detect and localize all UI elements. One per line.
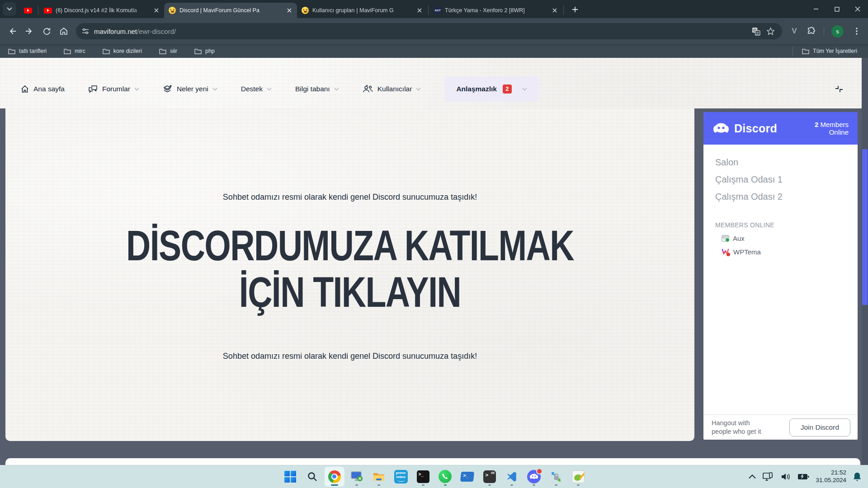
taskbar-remote-desktop-button[interactable]: [347, 467, 367, 487]
tray-clock[interactable]: 21:52 31.05.2024: [816, 469, 846, 483]
running-indicator: [331, 484, 338, 486]
reload-button[interactable]: [38, 23, 55, 40]
tab-close-icon[interactable]: [285, 6, 293, 14]
cast-device-icon[interactable]: [762, 472, 774, 482]
extensions-button[interactable]: [804, 23, 819, 39]
bookmark-folder-php[interactable]: php: [193, 46, 217, 56]
maviforum-emoji-icon: [169, 7, 176, 14]
tab-close-icon[interactable]: [415, 6, 424, 14]
bookmark-folder-tatli-tarifleri[interactable]: tatlı tarifleri: [6, 46, 48, 56]
tab-discordjs-video[interactable]: (6) Discord.js v14 #2 İlk Komutla: [39, 3, 164, 18]
address-bar[interactable]: maviforum.net/ewr-discord/ G文: [76, 23, 782, 39]
taskbar-discord-button[interactable]: [524, 467, 544, 487]
taskbar-vscode-button[interactable]: [502, 467, 522, 487]
running-indicator: [577, 484, 580, 486]
tray-chevron-up-icon[interactable]: [749, 474, 756, 479]
nav-label: Forumlar: [102, 85, 130, 93]
taskbar-powershell-button[interactable]: >_: [458, 467, 477, 487]
join-discord-button[interactable]: Join Discord: [789, 418, 850, 436]
translate-button[interactable]: G文: [749, 24, 763, 38]
nav-item-forumlar[interactable]: Forumlar: [88, 84, 139, 94]
bookmark-folder-kore-dizileri[interactable]: kore dizileri: [101, 46, 144, 56]
nav-item-neler-yeni[interactable]: Neler yeni: [163, 84, 217, 94]
taskbar-whatsapp-button[interactable]: [435, 467, 455, 487]
url-text[interactable]: maviforum.net/ewr-discord/: [94, 28, 749, 35]
browser-tab-bar: (6) Discord.js v14 #2 İlk Komutla Discor…: [0, 0, 868, 18]
footer-line-1: Hangout with: [712, 419, 750, 427]
vscode-icon: [506, 471, 518, 483]
volume-icon[interactable]: [780, 472, 791, 481]
home-button[interactable]: [55, 23, 72, 40]
desktop-screen: (6) Discord.js v14 #2 İlk Komutla Discor…: [0, 0, 868, 488]
nav-label: Neler yeni: [177, 85, 208, 93]
page-scrollbar[interactable]: [862, 58, 868, 465]
bookmark-folder-mirc[interactable]: mirc: [62, 46, 87, 56]
file-explorer-icon: [373, 472, 385, 482]
battery-charging-icon[interactable]: [797, 473, 809, 480]
nav-label: Destek: [241, 85, 263, 93]
nav-item-kullanicilar[interactable]: Kullanıcılar: [363, 84, 421, 94]
nav-label: Ana sayfa: [33, 85, 65, 93]
menu-button[interactable]: [849, 23, 864, 39]
extensions-area: V s: [788, 23, 864, 39]
tab-close-icon[interactable]: [551, 6, 559, 14]
join-discord-heading[interactable]: DİSCORDUMUZA KATILMAK İÇİN TIKLAYIN: [5, 222, 694, 315]
channel-item[interactable]: Çalışma Odası 2: [715, 191, 858, 202]
search-button[interactable]: [302, 467, 322, 487]
svg-text:文: 文: [756, 31, 760, 35]
tab-search-button[interactable]: [3, 2, 16, 16]
taskbar-notepadpp-button[interactable]: [568, 467, 588, 487]
tab-kullanici-gruplari[interactable]: Kullanıcı grupları | MaviForum G: [297, 3, 427, 18]
bookmark-folder-siir[interactable]: siir: [157, 46, 179, 56]
vue-devtools-extension-icon[interactable]: V: [788, 27, 801, 36]
folder-icon: [802, 48, 809, 54]
taskbar-prime-video-button[interactable]: prime video: [391, 467, 411, 487]
nav-item-destek[interactable]: Destek: [241, 85, 272, 93]
running-indicator: [444, 484, 447, 486]
bookmark-label: mirc: [75, 48, 85, 54]
nav-item-ana-sayfa[interactable]: Ana sayfa: [20, 84, 65, 94]
taskbar-chrome-button[interactable]: [325, 467, 344, 487]
forward-icon: [25, 27, 34, 36]
forums-icon: [88, 84, 98, 94]
site-settings-icon[interactable]: [81, 27, 90, 35]
maximize-button[interactable]: [826, 0, 847, 18]
tab-title: Kullanıcı grupları | MaviForum G: [312, 7, 412, 14]
folder-icon: [64, 48, 71, 54]
tab-turkce-yama[interactable]: XGT Türkçe Yama - Xenforo 2 [8WR]: [429, 3, 562, 18]
channel-item[interactable]: Çalışma Odası 1: [715, 174, 858, 185]
member-name: Aux: [733, 235, 745, 242]
pinned-tab-youtube[interactable]: [19, 3, 37, 18]
nav-item-bilgi-tabani[interactable]: Bilgi tabanı: [295, 85, 339, 93]
folder-icon: [194, 48, 202, 54]
bookmark-star-button[interactable]: [763, 24, 778, 38]
taskbar-terminal-button[interactable]: >: [480, 467, 500, 487]
close-window-button[interactable]: [847, 0, 868, 18]
taskbar-file-explorer-button[interactable]: [369, 467, 389, 487]
heading-line-1: DİSCORDUMUZA KATILMAK: [74, 222, 625, 269]
taskbar-cmd-button[interactable]: >_: [413, 467, 433, 487]
three-dots-icon: [856, 28, 858, 35]
chevron-down-icon: [134, 88, 139, 91]
tab-discord-maviforum[interactable]: Discord | MaviForum Güncel Pa: [164, 3, 297, 18]
collapse-nav-button[interactable]: [835, 84, 844, 94]
forward-button[interactable]: [21, 23, 38, 40]
channel-item[interactable]: Salon: [715, 156, 858, 168]
nav-item-anlasmazlik[interactable]: Anlaşmazlık 2: [444, 76, 539, 102]
profile-avatar[interactable]: s: [831, 25, 844, 38]
running-indicator: [488, 484, 491, 486]
windows-start-icon: [284, 471, 296, 483]
new-tab-button[interactable]: [568, 3, 582, 16]
notifications-bell-icon[interactable]: [853, 472, 862, 482]
all-bookmarks-button[interactable]: Tüm Yer İşaretleri: [800, 46, 859, 56]
taskbar-winscp-button[interactable]: [546, 467, 566, 487]
folder-icon: [103, 48, 110, 54]
minimize-button[interactable]: [806, 0, 826, 18]
start-button[interactable]: [280, 467, 300, 487]
tab-close-icon[interactable]: [152, 6, 160, 14]
scrollbar-thumb[interactable]: [862, 149, 868, 305]
online-count: 2: [815, 121, 818, 128]
bookmark-label: siir: [170, 48, 177, 54]
back-button[interactable]: [4, 23, 21, 40]
puzzle-icon: [807, 27, 816, 36]
